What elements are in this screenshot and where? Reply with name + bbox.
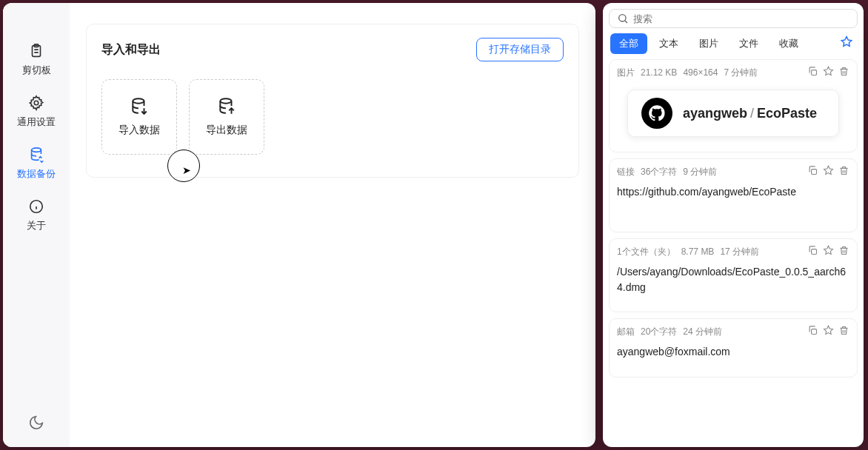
sidebar-item-label: 关于 [27,219,46,232]
tab-favorite[interactable]: 收藏 [770,33,807,54]
trash-icon [838,245,849,256]
delete-button[interactable] [838,165,849,178]
search-icon [617,13,629,24]
export-data-button[interactable]: 导出数据 [189,79,264,155]
tab-all[interactable]: 全部 [610,33,647,54]
info-icon [28,198,44,215]
star-icon [823,165,834,176]
star-icon [823,245,834,256]
image-preview: ayangweb/EcoPaste [627,90,839,137]
main-content: 导入和导出 打开存储目录 导入数据 导出数据 ➤ [70,3,595,447]
github-avatar [641,98,672,129]
import-data-button[interactable]: 导入数据 [101,79,177,155]
open-storage-dir-button[interactable]: 打开存储目录 [476,38,564,61]
trash-icon [838,165,849,176]
clip-content: https://github.com/ayangweb/EcoPaste [617,184,849,221]
tab-text[interactable]: 文本 [650,33,687,54]
sidebar-item-label: 通用设置 [17,115,56,129]
svg-point-10 [220,98,231,104]
pin-button[interactable] [837,33,856,55]
sidebar-item-about[interactable]: 关于 [3,189,70,241]
clipboard-icon [28,43,44,59]
clip-type: 邮箱 [617,326,635,338]
clip-item-email[interactable]: 邮箱 20个字符 24 分钟前 ayangweb@foxmail.com [609,318,858,377]
favorite-button[interactable] [823,66,834,79]
action-label: 导出数据 [206,124,247,137]
clip-content: ayangweb@foxmail.com [617,344,849,366]
sidebar-item-clipboard[interactable]: 剪切板 [3,34,70,86]
moon-icon [28,414,44,431]
search-input[interactable] [633,13,849,24]
star-icon [823,66,834,77]
svg-rect-14 [812,169,817,175]
svg-point-11 [619,15,626,21]
svg-point-9 [133,98,144,104]
database-export-icon [217,97,236,116]
svg-point-4 [34,101,39,105]
svg-rect-13 [812,70,817,75]
gear-icon [28,95,44,111]
card-title: 导入和导出 [101,42,161,58]
clip-size: 21.12 KB [641,67,677,78]
clip-time: 9 分钟前 [683,166,717,178]
copy-icon [807,66,818,77]
database-sync-icon [28,147,44,163]
sidebar-item-label: 数据备份 [17,167,56,181]
sidebar-item-general[interactable]: 通用设置 [3,86,70,138]
tab-file[interactable]: 文件 [730,33,767,54]
import-export-card: 导入和导出 打开存储目录 导入数据 导出数据 [86,24,579,178]
clip-list: 图片 21.12 KB 496×164 7 分钟前 ayangweb/EcoPa… [609,59,858,377]
github-repo-text: ayangweb/EcoPaste [683,106,817,121]
action-label: 导入数据 [118,124,160,137]
clipboard-panel: 全部 文本 图片 文件 收藏 图片 21.12 KB 496×164 7 分钟前 [603,3,864,447]
favorite-button[interactable] [823,165,834,178]
github-icon [647,104,667,123]
copy-icon [807,165,818,176]
delete-button[interactable] [838,325,849,338]
clip-time: 24 分钟前 [683,326,722,338]
filter-tabs: 全部 文本 图片 文件 收藏 [609,33,858,55]
clip-chars: 20个字符 [641,326,677,338]
copy-button[interactable] [807,165,818,178]
copy-icon [807,325,818,336]
clip-dimensions: 496×164 [683,67,718,78]
trash-icon [838,66,849,77]
favorite-button[interactable] [823,325,834,338]
copy-icon [807,245,818,256]
database-import-icon [130,97,149,116]
svg-point-5 [32,148,41,152]
svg-rect-16 [812,329,817,335]
favorite-button[interactable] [823,245,834,258]
clip-item-image[interactable]: 图片 21.12 KB 496×164 7 分钟前 ayangweb/EcoPa… [609,59,858,152]
clip-time: 7 分钟前 [724,67,758,79]
copy-button[interactable] [807,325,818,338]
svg-line-12 [625,21,627,23]
clip-content: /Users/ayang/Downloads/EcoPaste_0.0.5_aa… [617,264,849,301]
sidebar: 剪切板 通用设置 数据备份 关于 [3,3,70,447]
clip-time: 17 分钟前 [720,246,759,258]
svg-rect-15 [812,249,817,255]
clip-item-file[interactable]: 1个文件（夹） 8.77 MB 17 分钟前 /Users/ayang/Down… [609,238,858,312]
theme-toggle[interactable] [28,414,44,447]
star-icon [823,325,834,336]
copy-button[interactable] [807,66,818,79]
copy-button[interactable] [807,245,818,258]
search-field[interactable] [609,9,858,28]
sidebar-item-label: 剪切板 [22,64,51,77]
clip-type: 链接 [617,166,635,178]
clip-type: 1个文件（夹） [617,246,675,258]
pin-icon [840,36,853,49]
clip-size: 8.77 MB [681,246,715,257]
clip-item-link[interactable]: 链接 36个字符 9 分钟前 https://github.com/ayangw… [609,158,858,232]
trash-icon [838,325,849,336]
delete-button[interactable] [838,66,849,79]
tab-image[interactable]: 图片 [690,33,727,54]
clip-type: 图片 [617,67,635,79]
delete-button[interactable] [838,245,849,258]
sidebar-item-backup[interactable]: 数据备份 [3,138,70,189]
clip-chars: 36个字符 [641,166,677,178]
settings-window: 剪切板 通用设置 数据备份 关于 导入和导出 打开存储目录 [3,3,595,447]
